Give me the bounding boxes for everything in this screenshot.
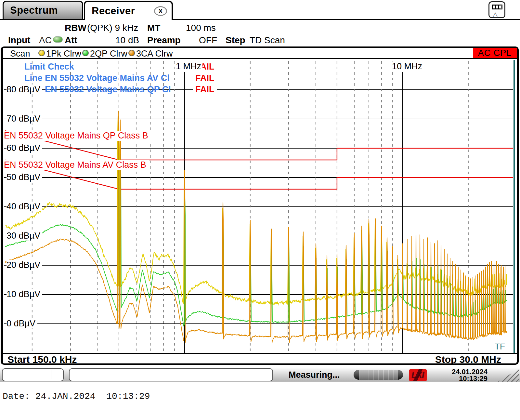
tab-spectrum[interactable]: Spectrum xyxy=(3,1,83,19)
y-axis-label: 50 dBµV xyxy=(6,172,42,182)
limit-line-qp-status: FAIL xyxy=(193,84,217,95)
stop-frequency-label: Stop 30.0 MHz xyxy=(435,354,501,365)
y-axis-label: 40 dBµV xyxy=(6,202,42,211)
rbw-label[interactable]: RBW xyxy=(65,23,86,33)
display-toolbar-button[interactable]: △ xyxy=(488,1,505,18)
limit-line-av-name: Line EN 55032 Voltage Mains AV Cl xyxy=(24,73,187,83)
trace3-label[interactable]: 3CA Clrw xyxy=(136,49,173,59)
tab-receiver[interactable]: Receiver X xyxy=(84,1,173,20)
measuring-status: Measuring... xyxy=(289,370,340,380)
lxi-logo-icon: LXI xyxy=(409,369,427,381)
tab-receiver-label: Receiver xyxy=(85,5,135,17)
status-bar: Measuring... LXI 24.01.2024 10:13:29 xyxy=(0,367,520,382)
page-date-caption: Date: 24.JAN.2024 10:13:29 xyxy=(3,391,150,401)
step-value[interactable]: TD Scan xyxy=(250,35,285,46)
y-axis-label: 20 dBµV xyxy=(6,260,42,270)
step-label[interactable]: Step xyxy=(226,35,245,46)
scan-label: Scan xyxy=(10,49,30,59)
y-axis-label: 30 dBµV xyxy=(6,231,42,241)
gridline-label-1mhz: 1 MHz xyxy=(175,61,202,71)
measurement-progress-bar xyxy=(354,370,403,380)
trace2-label[interactable]: 2QP Clrw xyxy=(90,49,127,59)
transducer-factor-label: TF xyxy=(495,342,505,352)
status-time: 10:13:29 xyxy=(452,375,488,382)
trace2-led-icon xyxy=(82,50,89,56)
rbw-value[interactable]: (QPK) 9 kHz xyxy=(87,23,138,33)
tab-bar: Spectrum Receiver X △ xyxy=(0,0,520,20)
datetime-display: 24.01.2024 10:13:29 xyxy=(452,368,488,382)
mt-value[interactable]: 100 ms xyxy=(186,23,216,33)
start-frequency-label: Start 150.0 kHz xyxy=(7,354,77,365)
trace1-led-icon xyxy=(38,50,45,56)
ac-coupling-badge: AC CPL xyxy=(473,48,517,58)
limit-line-av-status: FAIL xyxy=(193,73,217,83)
tab-spectrum-label: Spectrum xyxy=(4,5,58,16)
trace3-led-icon xyxy=(128,50,135,56)
mt-label[interactable]: MT xyxy=(147,23,160,33)
measurement-window: Scan 1Pk Clrw 2QP Clrw 3CA Clrw AC CPL L… xyxy=(1,46,519,365)
gridline-label-10mhz: 10 MHz xyxy=(391,61,423,71)
limit-check-title: Limit Check xyxy=(24,61,187,72)
preamp-value[interactable]: OFF xyxy=(199,35,217,46)
input-ac-led-icon xyxy=(53,36,63,43)
status-field-main[interactable] xyxy=(69,368,273,381)
limit-label-av: EN 55032 Voltage Mains AV Class B xyxy=(3,160,149,170)
softkey-bar-icon xyxy=(492,5,502,9)
input-label[interactable]: Input xyxy=(8,35,30,46)
att-label[interactable]: Att xyxy=(65,35,77,46)
frequency-range-bar: Start 150.0 kHz Stop 30.0 MHz xyxy=(3,353,517,363)
limit-label-qp: EN 55032 Voltage Mains QP Class B xyxy=(3,131,151,141)
y-axis-label: 70 dBµV xyxy=(6,114,42,124)
y-axis-label: 80 dBµV xyxy=(6,85,42,94)
spectrum-chart: Limit Check FAIL Line EN 55032 Voltage M… xyxy=(3,60,517,354)
preamp-label[interactable]: Preamp xyxy=(147,35,181,46)
scan-bar: Scan 1Pk Clrw 2QP Clrw 3CA Clrw AC CPL xyxy=(3,48,517,59)
limit-line-qp-name: Line EN 55032 Voltage Mains QP Cl xyxy=(24,84,187,95)
y-axis-label: 0 dBµV xyxy=(6,319,37,328)
triangle-icon: △ xyxy=(493,10,498,19)
y-axis-label: 10 dBµV xyxy=(6,289,42,299)
close-tab-icon[interactable]: X xyxy=(154,6,167,16)
resize-grip[interactable] xyxy=(498,369,519,382)
status-field-left[interactable] xyxy=(2,368,64,381)
trace1-label[interactable]: 1Pk Clrw xyxy=(46,49,81,59)
input-value[interactable]: AC xyxy=(39,35,52,46)
trace-3ca-clrw xyxy=(5,111,507,343)
tab-bar-divider xyxy=(0,19,520,20)
plot-canvas xyxy=(3,60,517,354)
att-value[interactable]: 10 dB xyxy=(115,35,139,46)
status-date: 24.01.2024 xyxy=(452,368,488,375)
y-axis-label: 60 dBµV xyxy=(6,143,42,153)
